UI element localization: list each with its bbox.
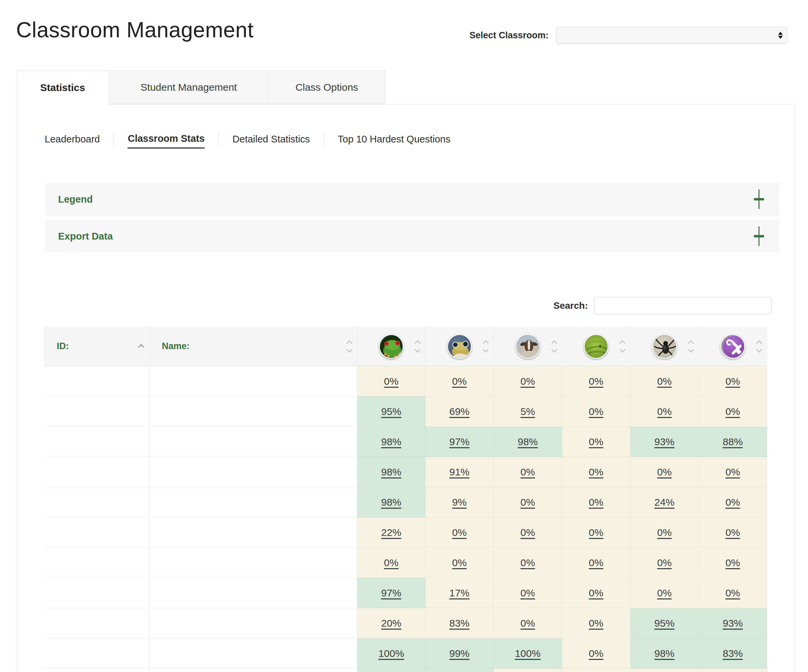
score-link[interactable]: 0% — [589, 376, 603, 387]
score-link[interactable]: 0% — [657, 466, 672, 478]
score-link[interactable]: 0% — [725, 587, 740, 599]
score-link[interactable]: 0% — [521, 376, 535, 387]
score-link[interactable]: 0% — [589, 587, 603, 599]
score-link[interactable]: 0% — [521, 557, 535, 568]
score-cell: 100% — [357, 639, 426, 669]
score-link[interactable]: 0% — [589, 618, 603, 629]
score-link[interactable]: 98% — [654, 648, 674, 659]
score-link[interactable]: 100% — [379, 648, 404, 659]
section-export-data[interactable]: Export Data — [45, 220, 780, 252]
subnav-item-detailed-statistics[interactable]: Detailed Statistics — [232, 134, 310, 148]
score-link[interactable]: 0% — [452, 376, 466, 387]
sheep-avatar-icon — [516, 334, 540, 359]
score-link[interactable]: 0% — [589, 496, 603, 508]
search-input[interactable] — [594, 297, 771, 314]
score-link[interactable]: 9% — [452, 496, 466, 508]
score-link[interactable]: 0% — [657, 376, 672, 387]
score-link[interactable]: 93% — [723, 618, 743, 629]
score-link[interactable]: 5% — [521, 406, 535, 417]
score-link[interactable]: 69% — [449, 406, 469, 417]
score-link[interactable]: 100% — [515, 648, 541, 659]
tab-statistics[interactable]: Statistics — [16, 70, 109, 105]
score-link[interactable]: 0% — [657, 587, 672, 599]
score-cell: 97% — [357, 578, 426, 608]
subnav-item-top-10-hardest-questions[interactable]: Top 10 Hardest Questions — [338, 134, 450, 148]
score-link[interactable]: 0% — [452, 557, 466, 568]
score-link[interactable]: 0% — [384, 376, 398, 387]
sort-icons — [416, 341, 420, 352]
classroom-select[interactable] — [556, 27, 787, 43]
score-link[interactable]: 98% — [381, 466, 401, 478]
tab-class-options[interactable]: Class Options — [269, 70, 385, 104]
score-cell: 0% — [630, 457, 699, 487]
score-cell: 0% — [630, 517, 699, 548]
tab-student-management[interactable]: Student Management — [109, 70, 269, 104]
tools-admin-avatar-icon — [720, 334, 745, 359]
column-header-id[interactable]: ID: — [44, 327, 150, 366]
classroom-stats-table: ID:Name:0%0%0%0%0%0%95%69%5%0%0%0%98%97%… — [44, 327, 767, 672]
subnav-item-leaderboard[interactable]: Leaderboard — [45, 134, 100, 148]
score-link[interactable]: 0% — [725, 376, 740, 387]
score-cell: 0% — [562, 608, 630, 639]
score-link[interactable]: 91% — [449, 466, 469, 478]
score-cell: 88% — [699, 427, 767, 457]
score-link[interactable]: 0% — [589, 436, 603, 448]
column-header-name[interactable]: Name: — [150, 327, 357, 366]
section-legend[interactable]: Legend — [45, 183, 780, 216]
score-cell: 0% — [494, 487, 562, 517]
column-header-green-snake-avatar[interactable] — [562, 327, 630, 366]
score-link[interactable]: 17% — [449, 587, 469, 599]
score-link[interactable]: 95% — [381, 406, 401, 417]
id-cell — [44, 608, 150, 639]
score-link[interactable]: 0% — [589, 557, 603, 568]
name-cell — [150, 578, 357, 608]
score-link[interactable]: 0% — [589, 527, 603, 538]
score-link[interactable]: 83% — [449, 618, 469, 629]
score-cell — [426, 669, 494, 672]
score-link[interactable]: 0% — [657, 557, 672, 568]
sort-asc-icon — [139, 341, 144, 351]
column-header-sheep-avatar[interactable] — [494, 327, 562, 366]
score-link[interactable]: 0% — [521, 527, 535, 538]
score-link[interactable]: 24% — [654, 496, 674, 508]
subnav-item-classroom-stats[interactable]: Classroom Stats — [128, 133, 205, 149]
score-link[interactable]: 98% — [381, 496, 401, 508]
score-link[interactable]: 88% — [723, 436, 743, 448]
score-link[interactable]: 20% — [381, 618, 401, 629]
score-link[interactable]: 22% — [381, 527, 401, 538]
score-link[interactable]: 95% — [654, 618, 674, 629]
score-link[interactable]: 98% — [518, 436, 538, 448]
column-header-spider-avatar[interactable] — [630, 327, 699, 366]
score-link[interactable]: 0% — [725, 496, 740, 508]
score-link[interactable]: 98% — [381, 436, 401, 448]
score-link[interactable]: 0% — [521, 466, 535, 478]
column-header-red-eyed-tree-frog-avatar[interactable] — [357, 327, 426, 366]
score-link[interactable]: 0% — [589, 406, 603, 417]
score-link[interactable]: 0% — [452, 527, 466, 538]
score-link[interactable]: 0% — [657, 406, 672, 417]
score-cell: 20% — [357, 608, 426, 639]
column-header-tools-admin-avatar[interactable] — [699, 327, 767, 366]
score-link[interactable]: 0% — [521, 587, 535, 599]
score-link[interactable]: 97% — [381, 587, 401, 599]
score-link[interactable]: 0% — [521, 496, 535, 508]
name-cell — [150, 487, 357, 517]
score-link[interactable]: 93% — [654, 436, 674, 448]
select-classroom-label: Select Classroom: — [469, 30, 549, 41]
score-link[interactable]: 97% — [449, 436, 469, 448]
score-link[interactable]: 0% — [725, 466, 740, 478]
score-cell — [630, 669, 699, 672]
score-link[interactable]: 0% — [657, 527, 672, 538]
score-link[interactable]: 0% — [725, 557, 740, 568]
score-link[interactable]: 99% — [449, 648, 469, 659]
score-cell: 0% — [494, 517, 562, 548]
score-link[interactable]: 83% — [723, 648, 743, 659]
score-link[interactable]: 0% — [725, 406, 740, 417]
score-link[interactable]: 0% — [589, 466, 603, 478]
score-link[interactable]: 0% — [521, 618, 535, 629]
column-header-blue-frog-avatar[interactable] — [426, 327, 494, 366]
subnav-separator — [218, 132, 219, 146]
score-link[interactable]: 0% — [384, 557, 398, 568]
score-link[interactable]: 0% — [589, 648, 603, 659]
score-link[interactable]: 0% — [725, 527, 740, 538]
